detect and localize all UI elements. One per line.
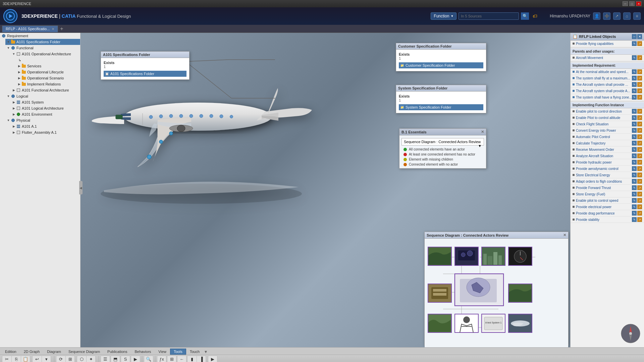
tree-item-op-lifecycle[interactable]: ▶ Operationnal Lifecycle — [16, 69, 80, 75]
req-link5[interactable]: ↗ — [637, 95, 642, 100]
rflp-func-adapt-orders[interactable]: Adapt orders to fligh conditions ✎ ↗ — [571, 178, 644, 185]
services-expand[interactable]: ▶ — [17, 64, 21, 68]
func-link13[interactable]: ↗ — [637, 185, 642, 190]
func-edit10[interactable]: ✎ — [632, 166, 637, 171]
rflp-req-nominal[interactable]: At the nominal altitude and speed... ✎ ↗ — [571, 69, 644, 75]
cut-button[interactable]: ✂ — [2, 356, 11, 362]
req-edit2[interactable]: ✎ — [632, 76, 637, 80]
func-link12[interactable]: ↗ — [637, 179, 642, 184]
close-button[interactable]: ✕ — [636, 1, 641, 6]
func-edit13[interactable]: ✎ — [632, 185, 637, 190]
rflp-func-stability[interactable]: Provide stability ✎ ↗ — [571, 217, 644, 223]
rflp-func-store-energy[interactable]: Store Energy (Fuel) ✎ ↗ — [571, 191, 644, 197]
tree-item-services[interactable]: ▶ Services — [16, 63, 80, 69]
system-expand[interactable]: ▶ — [12, 101, 15, 104]
share-icon[interactable]: ↗ — [613, 12, 621, 20]
select-button[interactable]: ⬡ — [77, 356, 86, 362]
func-edit7[interactable]: ✎ — [632, 147, 637, 152]
func-link16[interactable]: ↗ — [637, 204, 642, 209]
tab-more-button[interactable]: ▾ — [205, 349, 207, 354]
tab-close-button[interactable]: ✕ — [52, 27, 54, 31]
cust-spec-item[interactable]: 📁 Customer Specification Folder — [399, 62, 483, 68]
spec-panel-item[interactable]: 📋 A101 Specifications Folder — [104, 71, 186, 77]
undo-button[interactable]: ↩ — [32, 356, 42, 362]
rflp-func-control-speed[interactable]: Enable pilot to control speed ✎ ↗ — [571, 197, 644, 204]
function-dropdown[interactable]: Function ▼ — [431, 12, 457, 20]
add-tab-button[interactable]: + — [60, 26, 63, 32]
func-edit5[interactable]: ✎ — [632, 134, 637, 139]
minimize-button[interactable]: ─ — [623, 1, 628, 6]
arrow-left-button[interactable]: ← — [177, 356, 186, 362]
func-link10[interactable]: ↗ — [637, 166, 642, 171]
tree-item-a101-a1[interactable]: ▶ A101 A.1 — [11, 123, 80, 129]
func-edit14[interactable]: ✎ — [632, 192, 637, 196]
rflp-func-convert-energy[interactable]: Convert Energy into Power ✎ ↗ — [571, 127, 644, 134]
sys-spec-item[interactable]: 📁 System Specification Folder — [399, 104, 483, 110]
copy-button[interactable]: ⎘ — [11, 356, 21, 362]
tab-publications[interactable]: Publications — [104, 349, 131, 355]
rflp-func-store-electrical[interactable]: Store Electrical Energy ✎ ↗ — [571, 172, 644, 178]
logical-expand[interactable]: ▼ — [7, 95, 10, 98]
tab-view[interactable]: View — [155, 349, 170, 355]
func-link2[interactable]: ↗ — [637, 115, 642, 120]
menu-icon[interactable]: ≡ — [633, 12, 641, 20]
func-link7[interactable]: ↗ — [637, 147, 642, 152]
req-edit3[interactable]: ✎ — [632, 82, 637, 87]
add-icon[interactable]: ➕ — [603, 12, 610, 20]
paste-button[interactable]: 📋 — [21, 356, 30, 362]
tree-item-impl-relations[interactable]: ▶ Implement Relations — [16, 81, 80, 87]
req-link1[interactable]: ↗ — [637, 69, 642, 74]
func-edit12[interactable]: ✎ — [632, 179, 637, 184]
env-expand[interactable]: ▶ — [12, 113, 15, 116]
tree-item-physical[interactable]: ▼ Physical — [5, 117, 80, 123]
func-link8[interactable]: ↗ — [637, 154, 642, 158]
b1-close-button[interactable]: ✕ — [481, 130, 484, 134]
req-edit1[interactable]: ✎ — [632, 69, 637, 74]
bar-button[interactable]: ▮ — [187, 356, 197, 362]
func-link3[interactable]: ↗ — [637, 122, 642, 126]
functional-expand[interactable]: ▼ — [7, 46, 10, 50]
rflp-func-check-flight[interactable]: Check Flight Situation ✎ ↗ — [571, 121, 644, 127]
lifecycle-expand[interactable]: ▶ — [17, 70, 21, 74]
func-link17[interactable]: ↗ — [637, 211, 642, 216]
flutter-expand[interactable]: ▶ — [12, 131, 15, 134]
func-link1[interactable]: ↗ — [637, 109, 642, 114]
tree-item-a101-env[interactable]: ▶ A101 Environment — [11, 111, 80, 117]
func-edit17[interactable]: ✎ — [632, 211, 637, 216]
tab-edition[interactable]: Edition — [1, 349, 20, 355]
rflp-minimize-button[interactable]: ─ — [632, 34, 637, 39]
formula-button[interactable]: ƒx — [157, 356, 166, 362]
logical-arch-expand[interactable]: ▶ — [12, 107, 15, 110]
func-edit11[interactable]: ✎ — [632, 173, 637, 177]
tab-diagram[interactable]: Diagram — [43, 349, 65, 355]
next-button[interactable]: ▶ — [208, 356, 217, 362]
zoom-button[interactable]: 🔍 — [144, 356, 153, 362]
style-button[interactable]: S — [121, 356, 130, 362]
rflp-req-flying-zone[interactable]: The system shall have a flying zone... ✎… — [571, 94, 644, 101]
rflp-item-aircraft-movement[interactable]: Aircraft Movement ✎ ↗ — [571, 55, 644, 61]
rflp-func-aerodynamic[interactable]: Provide aerodynamic control ✎ ↗ — [571, 166, 644, 172]
user-icon[interactable]: 👤 — [593, 12, 600, 20]
filter-button[interactable]: ✦ — [86, 356, 96, 362]
tree-item-flutter[interactable]: ▶ Flutter_Assembly A.1 — [11, 129, 80, 135]
func-edit15[interactable]: ✎ — [632, 198, 637, 203]
rflp-func-drag[interactable]: Provide drag performance ✎ ↗ — [571, 210, 644, 217]
play-button[interactable]: ▶ — [131, 356, 140, 362]
func-link18[interactable]: ↗ — [637, 217, 642, 222]
home-icon[interactable]: ⌂ — [623, 12, 631, 20]
fit-button[interactable]: ⊞ — [65, 356, 75, 362]
func-edit8[interactable]: ✎ — [632, 154, 637, 158]
rflp-req-aircraft-provide[interactable]: The Aircraft system shall provide ... ✎ … — [571, 81, 644, 88]
rflp-func-autopilot[interactable]: Automatic Pilot Control ✎ ↗ — [571, 134, 644, 140]
rflp-link-icon2[interactable]: ↗ — [637, 55, 642, 60]
func-edit18[interactable]: ✎ — [632, 217, 637, 222]
tree-item-a101-specs-folder[interactable]: ▼ A101 Specifications Folder — [5, 39, 80, 45]
rflp-edit-icon[interactable]: ✎ — [632, 41, 637, 46]
tab-behaviors[interactable]: Behaviors — [131, 349, 155, 355]
bar2-button[interactable]: ▐ — [197, 356, 206, 362]
rflp-item-provide-flying[interactable]: Provide flying capabilities ✎ ↗ — [571, 41, 644, 47]
tree-item-op-arch[interactable]: ▼ A101 Operational Architecture — [11, 51, 80, 57]
req-edit5[interactable]: ✎ — [632, 95, 637, 100]
func-edit16[interactable]: ✎ — [632, 204, 637, 209]
table-button[interactable]: ⊞ — [167, 356, 176, 362]
